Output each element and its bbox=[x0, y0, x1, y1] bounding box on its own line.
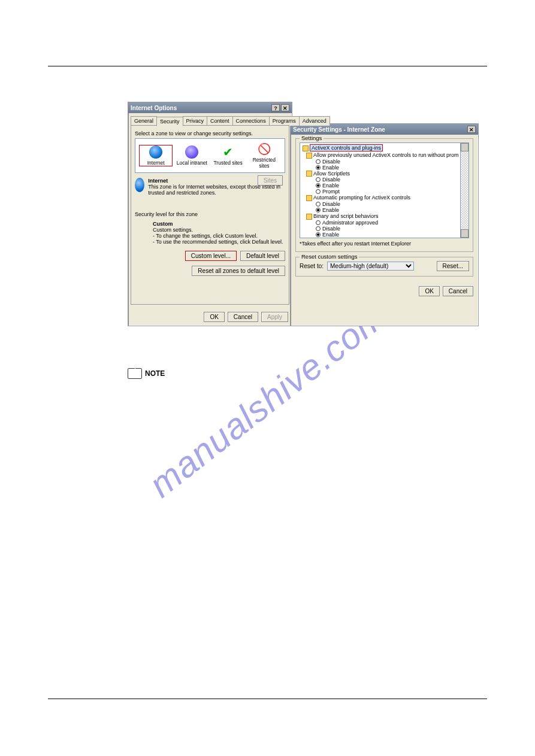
close-icon[interactable]: ✕ bbox=[467, 126, 476, 133]
reset-to-label: Reset to: bbox=[300, 263, 324, 269]
radio-icon[interactable] bbox=[316, 202, 321, 207]
figure: Internet Options ? ✕ General Security Pr… bbox=[128, 102, 479, 326]
ss-ok-button[interactable]: OK bbox=[419, 286, 439, 296]
radio-icon[interactable] bbox=[316, 226, 321, 231]
page-rule-top bbox=[48, 66, 487, 66]
radio-icon[interactable] bbox=[316, 183, 321, 188]
restart-note: *Takes effect after you restart Internet… bbox=[300, 241, 469, 247]
watermark-text: manualshive.com bbox=[141, 296, 394, 506]
note-callout: NOTE bbox=[128, 368, 165, 379]
tab-pane-security: Select a zone to view or change security… bbox=[131, 125, 289, 305]
tab-general[interactable]: General bbox=[131, 116, 157, 126]
internet-options-dialog: Internet Options ? ✕ General Security Pr… bbox=[128, 102, 292, 326]
item-icon bbox=[306, 171, 312, 177]
custom-level-button[interactable]: Custom level... bbox=[185, 251, 237, 261]
check-icon bbox=[222, 145, 235, 159]
restricted-icon bbox=[258, 142, 271, 156]
io-title: Internet Options bbox=[131, 105, 177, 111]
zone-internet[interactable]: Internet bbox=[139, 145, 173, 166]
item-icon bbox=[306, 153, 312, 159]
reset-group: Reset custom settings Reset to: Medium-h… bbox=[295, 257, 473, 277]
radio-icon[interactable] bbox=[316, 177, 321, 182]
zone-name: Internet bbox=[148, 178, 168, 184]
zone-prompt: Select a zone to view or change security… bbox=[135, 130, 285, 136]
radio-icon[interactable] bbox=[316, 208, 321, 212]
security-settings-dialog: Security Settings - Internet Zone ✕ Sett… bbox=[290, 123, 479, 326]
tab-content[interactable]: Content bbox=[207, 116, 233, 126]
book-icon bbox=[128, 368, 142, 379]
zone-desc-text: This zone is for Internet websites, exce… bbox=[148, 184, 280, 196]
item-icon bbox=[306, 238, 312, 238]
help-icon[interactable]: ? bbox=[271, 104, 280, 111]
category-icon bbox=[303, 145, 309, 151]
page-rule-bottom bbox=[48, 699, 487, 699]
close-icon[interactable]: ✕ bbox=[281, 104, 289, 111]
note-label: NOTE bbox=[145, 369, 165, 378]
globe-icon-large bbox=[135, 178, 144, 192]
activex-header: ActiveX controls and plug-ins bbox=[310, 144, 383, 151]
tab-privacy[interactable]: Privacy bbox=[183, 116, 208, 126]
tab-advanced[interactable]: Advanced bbox=[299, 116, 330, 126]
reset-button[interactable]: Reset... bbox=[437, 261, 469, 271]
item-icon bbox=[306, 214, 312, 220]
radio-icon[interactable] bbox=[316, 189, 321, 194]
settings-group: Settings ActiveX controls and plug-ins A… bbox=[295, 138, 473, 252]
io-tabs: General Security Privacy Content Connect… bbox=[131, 116, 289, 126]
io-apply-button[interactable]: Apply bbox=[261, 312, 288, 322]
radio-icon[interactable] bbox=[316, 232, 321, 237]
settings-tree[interactable]: ActiveX controls and plug-ins Allow prev… bbox=[300, 142, 461, 238]
radio-icon[interactable] bbox=[316, 165, 321, 170]
default-level-button[interactable]: Default level bbox=[240, 251, 285, 261]
tab-connections[interactable]: Connections bbox=[232, 116, 270, 126]
security-level-label: Security level for this zone bbox=[135, 211, 285, 217]
settings-group-title: Settings bbox=[300, 135, 324, 141]
item-icon bbox=[306, 195, 312, 201]
intranet-icon bbox=[185, 145, 198, 159]
globe-icon bbox=[149, 145, 162, 159]
custom-settings: Custom Custom settings. - To change the … bbox=[153, 221, 285, 245]
sites-button[interactable]: Sites bbox=[258, 175, 283, 186]
tab-security[interactable]: Security bbox=[156, 117, 183, 126]
reset-all-zones-button[interactable]: Reset all zones to default level bbox=[192, 266, 285, 276]
zone-local-intranet[interactable]: Local intranet bbox=[175, 145, 208, 166]
reset-to-select[interactable]: Medium-high (default) bbox=[327, 262, 414, 271]
tab-programs[interactable]: Programs bbox=[269, 116, 300, 126]
radio-icon[interactable] bbox=[316, 159, 321, 164]
vertical-scrollbar[interactable] bbox=[461, 142, 469, 238]
ss-cancel-button[interactable]: Cancel bbox=[443, 286, 473, 296]
io-cancel-button[interactable]: Cancel bbox=[228, 312, 258, 322]
zone-list: Internet Local intranet Trusted sites Re… bbox=[135, 138, 285, 173]
zone-trusted[interactable]: Trusted sites bbox=[211, 145, 245, 166]
ss-title: Security Settings - Internet Zone bbox=[293, 126, 385, 133]
zone-restricted[interactable]: Restricted sites bbox=[247, 142, 281, 169]
reset-group-title: Reset custom settings bbox=[300, 253, 359, 260]
custom-title: Custom bbox=[153, 221, 173, 227]
radio-icon[interactable] bbox=[316, 220, 321, 225]
io-ok-button[interactable]: OK bbox=[204, 312, 224, 322]
io-titlebar: Internet Options ? ✕ bbox=[128, 102, 292, 113]
